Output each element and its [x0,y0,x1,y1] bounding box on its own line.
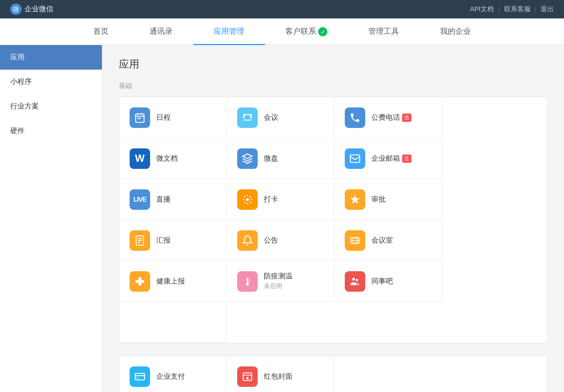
nav-contacts-label: 通讯录 [150,27,173,36]
app-payment[interactable]: 企业支付 [119,356,227,392]
payment-name: 企业支付 [156,372,185,381]
api-docs-link[interactable]: API文档 [470,5,494,14]
nav-my-company[interactable]: 我的企业 [420,18,491,45]
nav-customer[interactable]: 客户联系 ✓ [265,18,348,45]
app-report[interactable]: 汇报 [119,220,227,261]
checkin-icon [237,189,258,210]
logo-text: 企业微信 [25,5,53,14]
app-checkin[interactable]: 打卡 [227,179,335,220]
wdisk-name: 微盘 [264,154,278,163]
temp-name: 防疫测温 [264,272,293,281]
svg-rect-20 [247,277,248,283]
temp-icon [237,271,258,292]
wechat-icon: ✓ [318,27,327,36]
basic-apps-grid: 日程 会议 公费电话 送 [119,97,548,343]
nav-customer-label: 客户联系 [285,27,316,36]
app-live[interactable]: LIVE 直播 [119,179,227,220]
colleague-name: 同事吧 [371,277,393,286]
checkin-info: 打卡 [264,195,278,204]
payment-icon [130,366,150,387]
meetroom-info: 会议室 [371,236,393,245]
phone-icon [345,107,365,128]
app-wdoc[interactable]: W 微文档 [119,138,227,179]
app-notice[interactable]: 公告 [227,220,335,261]
colleague-icon [345,271,365,292]
nav-contacts[interactable]: 通讯录 [129,18,193,45]
nav-app-manage[interactable]: 应用管理 [193,18,265,45]
phone-badge: 送 [402,114,411,122]
sidebar-apps-label: 应用 [10,53,25,62]
schedule-name: 日程 [156,113,171,122]
nav-app-manage-label: 应用管理 [214,27,244,36]
app-meetroom[interactable]: 会议室 [335,220,442,261]
health-name: 健康上报 [156,277,185,286]
notice-info: 公告 [264,236,278,245]
sidebar-item-miniprogram[interactable]: 小程序 [0,70,102,94]
page-title: 应用 [119,57,548,71]
app-colleague[interactable]: 同事吧 [335,261,442,302]
app-meeting[interactable]: 会议 [227,97,335,138]
email-badge: 送 [402,155,411,163]
sidebar-item-hardware[interactable]: 硬件 [0,119,102,143]
app-email[interactable]: 企业邮箱 送 [335,138,442,179]
app-temp[interactable]: 防疫测温 未启用 [227,261,335,302]
support-link[interactable]: 联系客服 [504,5,531,14]
redenvelope-info: 红包封面 [264,372,293,381]
top-bar: 微 企业微信 API文档 | 联系客服 | 退出 [0,0,564,18]
email-name: 企业邮箱 送 [371,154,411,163]
report-name: 汇报 [156,236,171,245]
svg-point-8 [246,198,249,201]
wdoc-icon: W [130,148,150,169]
health-icon [130,271,150,292]
temp-info: 防疫测温 未启用 [264,272,293,291]
svg-point-30 [246,377,249,379]
sidebar-miniprogram-label: 小程序 [10,77,32,86]
approve-info: 审批 [371,195,386,204]
svg-point-28 [137,377,138,379]
logout-link[interactable]: 退出 [540,5,554,14]
app-approve[interactable]: 审批 [335,179,442,220]
health-info: 健康上报 [156,277,185,286]
sidebar-item-industry[interactable]: 行业方案 [0,94,102,119]
svg-rect-18 [136,280,144,283]
wdoc-name: 微文档 [156,154,178,163]
approve-icon [345,189,365,210]
nav-home[interactable]: 首页 [73,18,129,45]
nav-home-label: 首页 [93,27,109,36]
sidebar-item-apps[interactable]: 应用 [0,45,102,70]
meeting-icon [237,107,258,128]
report-info: 汇报 [156,236,171,245]
app-redenvelope[interactable]: 红包封面 [227,356,335,392]
meeting-info: 会议 [264,113,278,122]
svg-rect-26 [135,373,144,380]
notice-name: 公告 [264,236,278,245]
app-wdisk[interactable]: 微盘 [227,138,335,179]
app-schedule[interactable]: 日程 [119,97,227,138]
meetroom-icon [345,230,365,251]
extra-apps-grid: 企业支付 红包封面 [119,356,548,392]
nav-my-company-label: 我的企业 [440,27,471,36]
nav-manage-tools-label: 管理工具 [368,27,399,36]
logo: 微 企业微信 [10,4,53,15]
redenvelope-name: 红包封面 [264,372,293,381]
app-phone[interactable]: 公费电话 送 [335,97,442,138]
meeting-name: 会议 [264,113,278,122]
meetroom-name: 会议室 [371,236,393,245]
svg-rect-6 [243,119,252,120]
wdisk-icon [237,148,258,169]
nav-bar: 首页 通讯录 应用管理 客户联系 ✓ 管理工具 我的企业 [0,18,564,45]
svg-point-25 [356,278,358,281]
sep2: | [535,6,536,13]
live-info: 直播 [156,195,171,204]
sidebar: 应用 小程序 行业方案 硬件 [0,45,102,392]
sidebar-hardware-label: 硬件 [10,126,25,136]
phone-name: 公费电话 送 [371,113,411,122]
svg-rect-4 [137,118,139,119]
logo-icon: 微 [10,4,22,15]
sep1: | [498,6,499,13]
colleague-info: 同事吧 [371,277,393,286]
payment-info: 企业支付 [156,372,185,381]
app-health[interactable]: 健康上报 [119,261,227,302]
nav-manage-tools[interactable]: 管理工具 [348,18,420,45]
content-area: 应用 基础 日程 会议 [102,45,564,392]
